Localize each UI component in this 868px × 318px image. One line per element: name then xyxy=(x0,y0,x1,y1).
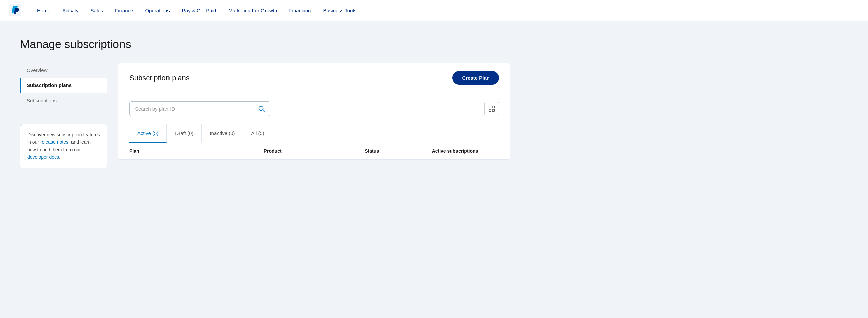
sidebar-nav: Overview Subscription plans Subscription… xyxy=(20,63,107,108)
svg-rect-3 xyxy=(489,106,491,108)
nav-link-financing[interactable]: Financing xyxy=(283,0,317,22)
sidebar-info-box: Discover new subscription features in ou… xyxy=(20,124,107,168)
nav-item-marketing[interactable]: Marketing For Growth xyxy=(222,0,283,22)
navbar: Home Activity Sales Finance Operations P… xyxy=(0,0,868,22)
subscription-plans-title: Subscription plans xyxy=(129,74,190,82)
content-layout: Overview Subscription plans Subscription… xyxy=(20,63,510,168)
nav-item-financing[interactable]: Financing xyxy=(283,0,317,22)
sidebar-item-subscription-plans[interactable]: Subscription plans xyxy=(20,78,107,93)
tab-inactive[interactable]: Inactive (0) xyxy=(202,124,243,143)
sidebar: Overview Subscription plans Subscription… xyxy=(20,63,107,168)
nav-item-home[interactable]: Home xyxy=(31,0,56,22)
release-notes-link[interactable]: release notes xyxy=(40,139,68,145)
svg-rect-5 xyxy=(489,109,491,111)
nav-link-business-tools[interactable]: Business Tools xyxy=(317,0,363,22)
nav-item-business-tools[interactable]: Business Tools xyxy=(317,0,363,22)
search-input-wrapper xyxy=(129,101,270,116)
nav-link-activity[interactable]: Activity xyxy=(56,0,85,22)
search-icon xyxy=(258,105,265,112)
nav-link-home[interactable]: Home xyxy=(31,0,56,22)
nav-link-pay-get-paid[interactable]: Pay & Get Paid xyxy=(176,0,222,22)
paypal-logo[interactable] xyxy=(9,4,22,17)
page-title: Manage subscriptions xyxy=(20,38,510,50)
main-panel: Subscription plans Create Plan xyxy=(118,63,510,160)
nav-item-finance[interactable]: Finance xyxy=(109,0,139,22)
table-col-status: Status xyxy=(365,148,432,154)
table-header: Plan Product Status Active subscriptions xyxy=(119,143,510,160)
nav-item-activity[interactable]: Activity xyxy=(56,0,85,22)
create-plan-button[interactable]: Create Plan xyxy=(453,71,499,85)
search-section xyxy=(119,93,510,124)
tab-all[interactable]: All (5) xyxy=(243,124,273,143)
nav-link-marketing[interactable]: Marketing For Growth xyxy=(222,0,283,22)
search-button[interactable] xyxy=(253,102,270,116)
grid-icon xyxy=(488,105,495,112)
sidebar-item-overview[interactable]: Overview xyxy=(20,63,107,78)
panel-header: Subscription plans Create Plan xyxy=(119,63,510,93)
grid-view-button[interactable] xyxy=(484,102,499,115)
svg-rect-4 xyxy=(492,106,494,108)
panel-card: Subscription plans Create Plan xyxy=(118,63,510,160)
main-content: Manage subscriptions Overview Subscripti… xyxy=(0,22,530,184)
search-input[interactable] xyxy=(130,102,253,116)
table-col-plan: Plan xyxy=(129,148,264,154)
table-col-active-subscriptions: Active subscriptions xyxy=(432,148,499,154)
tab-draft[interactable]: Draft (0) xyxy=(167,124,202,143)
nav-item-pay-get-paid[interactable]: Pay & Get Paid xyxy=(176,0,222,22)
nav-item-operations[interactable]: Operations xyxy=(139,0,176,22)
tabs-section: Active (5) Draft (0) Inactive (0) All (5… xyxy=(119,124,510,143)
nav-link-finance[interactable]: Finance xyxy=(109,0,139,22)
nav-link-sales[interactable]: Sales xyxy=(85,0,110,22)
tab-active[interactable]: Active (5) xyxy=(129,124,167,143)
table-col-product: Product xyxy=(264,148,365,154)
svg-line-2 xyxy=(263,110,265,112)
nav-links: Home Activity Sales Finance Operations P… xyxy=(31,0,363,22)
sidebar-info-text-after: . xyxy=(59,154,60,160)
nav-link-operations[interactable]: Operations xyxy=(139,0,176,22)
svg-rect-6 xyxy=(492,109,494,111)
developer-docs-link[interactable]: developer docs xyxy=(27,154,59,160)
nav-item-sales[interactable]: Sales xyxy=(85,0,110,22)
sidebar-item-subscriptions[interactable]: Subscriptions xyxy=(20,93,107,108)
